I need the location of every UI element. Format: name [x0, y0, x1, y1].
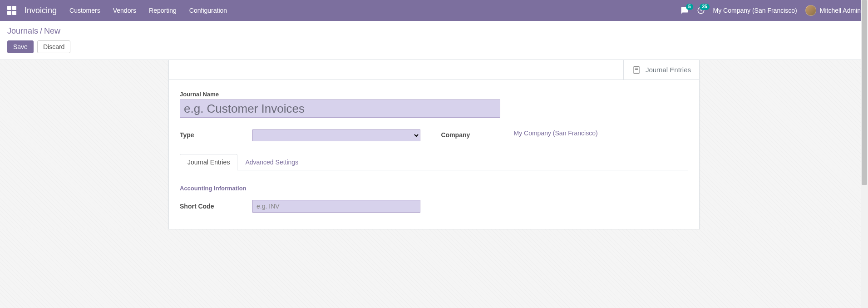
tab-journal-entries[interactable]: Journal Entries	[180, 154, 237, 170]
type-field: Type	[180, 129, 427, 141]
activities-button[interactable]: 25	[697, 6, 705, 15]
scrollbar[interactable]	[861, 0, 868, 229]
activities-badge: 25	[700, 4, 709, 10]
notebook-tabs: Journal Entries Advanced Settings	[180, 154, 688, 170]
control-buttons: Save Discard	[7, 40, 861, 53]
breadcrumb-separator: /	[40, 26, 42, 35]
messages-badge: 5	[686, 4, 693, 10]
journal-entries-stat-button[interactable]: Journal Entries	[623, 60, 699, 79]
short-code-input[interactable]	[252, 200, 420, 213]
control-panel: Journals/New Save Discard	[0, 21, 868, 60]
avatar	[805, 5, 816, 16]
menu-reporting[interactable]: Reporting	[149, 7, 177, 14]
menu-vendors[interactable]: Vendors	[113, 7, 136, 14]
type-select[interactable]	[252, 129, 420, 141]
discard-button[interactable]: Discard	[37, 40, 70, 53]
breadcrumb-current: New	[44, 26, 60, 35]
group-separator	[432, 129, 432, 141]
user-menu[interactable]: Mitchell Admin	[805, 5, 861, 16]
company-switcher[interactable]: My Company (San Francisco)	[713, 7, 797, 14]
menu-customers[interactable]: Customers	[69, 7, 100, 14]
stat-button-label: Journal Entries	[646, 66, 691, 74]
company-field: Company My Company (San Francisco)	[441, 129, 689, 141]
section-accounting-information: Accounting Information	[180, 185, 688, 192]
app-title[interactable]: Invoicing	[25, 6, 57, 15]
company-value-link[interactable]: My Company (San Francisco)	[514, 129, 598, 137]
tab-advanced-settings[interactable]: Advanced Settings	[237, 154, 306, 170]
user-name: Mitchell Admin	[820, 7, 861, 14]
menu-configuration[interactable]: Configuration	[189, 7, 227, 14]
company-label: Company	[441, 129, 514, 139]
journal-name-label: Journal Name	[180, 91, 688, 98]
nav-right: 5 25 My Company (San Francisco) Mitchell…	[681, 5, 861, 16]
button-box: Journal Entries	[169, 60, 699, 80]
breadcrumb: Journals/New	[7, 26, 861, 36]
main-menu: Customers Vendors Reporting Configuratio…	[69, 7, 227, 14]
form-container: Journal Entries Journal Name Type Compan…	[0, 60, 868, 229]
field-group-row: Type Company My Company (San Francisco)	[180, 129, 688, 141]
form-sheet: Journal Entries Journal Name Type Compan…	[168, 60, 700, 229]
messages-button[interactable]: 5	[681, 6, 689, 15]
tab-content-journal-entries: Accounting Information Short Code	[180, 170, 688, 213]
type-label: Type	[180, 129, 252, 139]
scrollbar-thumb[interactable]	[862, 0, 867, 185]
journal-name-input[interactable]	[180, 99, 500, 118]
breadcrumb-parent[interactable]: Journals	[7, 26, 38, 35]
save-button[interactable]: Save	[7, 40, 34, 53]
short-code-label: Short Code	[180, 203, 252, 210]
book-icon	[632, 65, 641, 75]
top-nav: Invoicing Customers Vendors Reporting Co…	[0, 0, 868, 21]
apps-icon[interactable]	[7, 6, 16, 15]
short-code-field: Short Code	[180, 200, 688, 213]
sheet-body: Journal Name Type Company My Company (Sa…	[169, 80, 699, 229]
